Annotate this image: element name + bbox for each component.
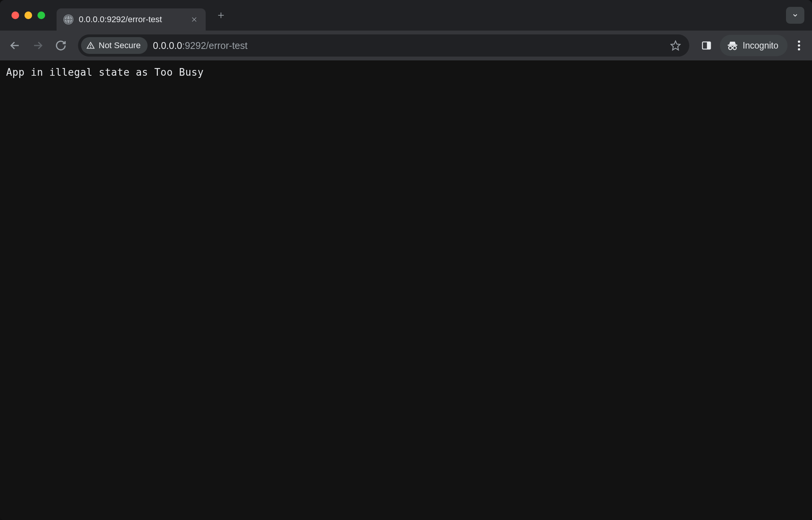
svg-point-19 bbox=[798, 41, 800, 43]
url-path: :9292/error-test bbox=[182, 40, 248, 51]
page-body-text: App in illegal state as Too Busy bbox=[6, 67, 806, 78]
arrow-left-icon bbox=[9, 40, 21, 51]
svg-point-10 bbox=[91, 47, 91, 47]
svg-point-16 bbox=[729, 46, 732, 50]
svg-rect-15 bbox=[728, 45, 737, 46]
incognito-icon bbox=[727, 40, 738, 51]
reload-icon bbox=[55, 40, 67, 51]
svg-rect-14 bbox=[707, 42, 710, 49]
window-controls bbox=[11, 11, 45, 19]
tabs-dropdown-button[interactable] bbox=[786, 7, 804, 24]
bookmark-button[interactable] bbox=[667, 37, 684, 54]
window-maximize-button[interactable] bbox=[37, 11, 45, 19]
menu-button[interactable] bbox=[791, 36, 807, 55]
window-close-button[interactable] bbox=[11, 11, 19, 19]
incognito-chip[interactable]: Incognito bbox=[720, 35, 788, 56]
browser-window: 0.0.0.0:9292/error-test Not Secu bbox=[0, 0, 812, 520]
address-bar[interactable]: Not Secure 0.0.0.0:9292/error-test bbox=[78, 34, 689, 57]
new-tab-button[interactable] bbox=[213, 7, 229, 24]
svg-point-17 bbox=[733, 46, 736, 50]
window-minimize-button[interactable] bbox=[24, 11, 32, 19]
kebab-menu-icon bbox=[798, 41, 800, 50]
svg-point-20 bbox=[798, 44, 800, 47]
side-panel-button[interactable] bbox=[697, 36, 716, 55]
page-content: App in illegal state as Too Busy bbox=[0, 60, 812, 520]
svg-marker-11 bbox=[671, 41, 680, 50]
toolbar: Not Secure 0.0.0.0:9292/error-test Incog… bbox=[0, 31, 812, 60]
url-host: 0.0.0.0 bbox=[153, 40, 182, 51]
back-button[interactable] bbox=[5, 36, 24, 55]
tab-close-button[interactable] bbox=[190, 15, 199, 24]
side-panel-icon bbox=[701, 40, 712, 51]
security-chip[interactable]: Not Secure bbox=[81, 37, 148, 54]
svg-point-21 bbox=[798, 48, 800, 50]
forward-button[interactable] bbox=[28, 36, 47, 55]
tab-bar: 0.0.0.0:9292/error-test bbox=[0, 0, 812, 31]
toolbar-right: Incognito bbox=[697, 35, 807, 56]
url-text: 0.0.0.0:9292/error-test bbox=[153, 40, 667, 51]
tab-bar-right bbox=[786, 7, 804, 24]
warning-icon bbox=[86, 41, 95, 50]
browser-tab[interactable]: 0.0.0.0:9292/error-test bbox=[57, 8, 206, 31]
close-icon bbox=[191, 16, 198, 23]
chevron-down-icon bbox=[792, 12, 799, 19]
reload-button[interactable] bbox=[51, 36, 70, 55]
incognito-label: Incognito bbox=[743, 41, 778, 51]
plus-icon bbox=[217, 11, 225, 20]
arrow-right-icon bbox=[32, 40, 44, 51]
security-label: Not Secure bbox=[99, 41, 141, 50]
tab-title: 0.0.0.0:9292/error-test bbox=[79, 15, 184, 24]
globe-icon bbox=[63, 15, 73, 24]
star-icon bbox=[670, 40, 681, 51]
